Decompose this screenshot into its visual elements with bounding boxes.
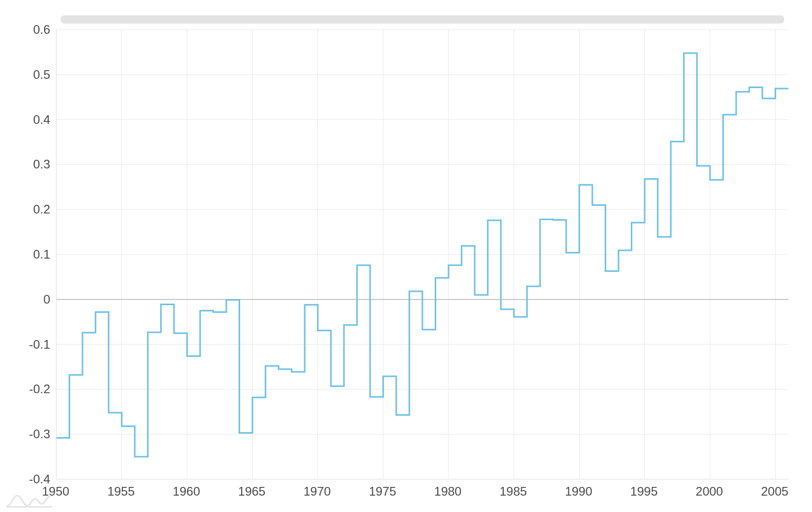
- y-tick-label: 0.3: [33, 157, 50, 172]
- x-tick-label: 1975: [369, 484, 396, 499]
- y-tick-label: 0: [44, 292, 50, 307]
- y-tick-label: 0.4: [33, 113, 50, 127]
- x-tick-label: 1955: [108, 484, 135, 499]
- x-tick-label: 1965: [238, 484, 265, 499]
- chart-logo-icon: [6, 492, 52, 509]
- y-tick-label: 0.5: [33, 68, 50, 82]
- x-tick-label: 1970: [304, 484, 331, 499]
- x-tick-label: 1990: [565, 484, 592, 499]
- x-tick-label: 1980: [434, 484, 461, 499]
- step-line-chart: -0.4-0.3-0.2-0.100.10.20.30.40.50.6 1950…: [0, 0, 812, 512]
- y-tick-label: 0.6: [33, 23, 50, 37]
- x-tick-label: 1995: [630, 484, 657, 499]
- y-tick-label: -0.1: [29, 337, 50, 352]
- x-tick-label: 2005: [761, 484, 788, 499]
- plot-area[interactable]: [0, 0, 812, 512]
- overview-scrollbar[interactable]: [60, 15, 784, 24]
- x-tick-label: 2000: [696, 484, 723, 499]
- y-tick-label: -0.2: [29, 382, 50, 396]
- x-tick-label: 1960: [173, 484, 200, 499]
- y-tick-label: 0.2: [33, 202, 50, 217]
- x-tick-label: 1985: [500, 484, 527, 499]
- y-tick-label: 0.1: [33, 247, 50, 262]
- y-tick-label: -0.3: [29, 427, 50, 441]
- series-step-line: [56, 53, 788, 457]
